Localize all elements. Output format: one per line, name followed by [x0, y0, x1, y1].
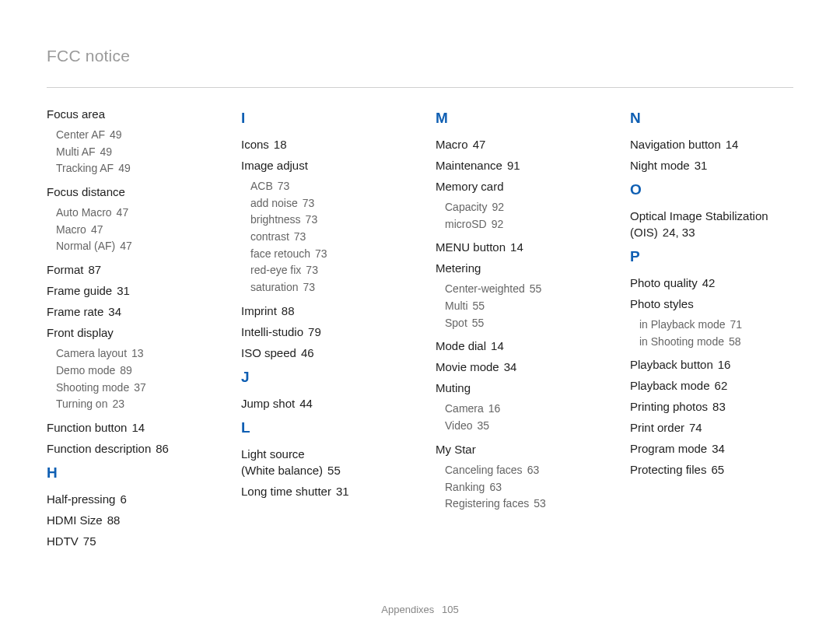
entry-label: Navigation button [630, 138, 721, 151]
index-entry[interactable]: Frame guide31 [47, 282, 210, 299]
index-subentry[interactable]: Registering faces53 [445, 496, 599, 513]
subentry-page: 71 [730, 318, 743, 331]
index-subentry[interactable]: add noise73 [250, 195, 404, 212]
index-entry[interactable]: Icons18 [241, 136, 404, 152]
index-entry[interactable]: Function button14 [47, 419, 210, 436]
index-subentry[interactable]: Canceling faces63 [445, 462, 599, 479]
subentry-page: 55 [472, 317, 485, 329]
index-subentry[interactable]: in Playback mode71 [639, 317, 793, 334]
index-entry[interactable]: Printing photos83 [630, 398, 793, 415]
index-entry[interactable]: Long time shutter31 [241, 483, 404, 499]
index-entry[interactable]: Focus distance [47, 184, 210, 200]
index-entry[interactable]: Front display [47, 324, 210, 341]
index-entry[interactable]: Playback mode62 [630, 377, 793, 394]
subentry-label: Video [445, 419, 473, 432]
index-subentry[interactable]: Multi55 [445, 298, 599, 315]
index-subentry[interactable]: Shooting mode37 [56, 380, 210, 397]
index-entry[interactable]: Playback button16 [630, 356, 793, 373]
subentry-page: 73 [278, 180, 290, 192]
subentry-label: in Playback mode [639, 318, 726, 331]
entry-label: Metering [436, 261, 481, 275]
subentries: Camera16Video35 [445, 401, 599, 434]
subentry-label: Ranking [445, 481, 485, 493]
subentry-label: Shooting mode [56, 381, 129, 394]
index-subentry[interactable]: Camera layout13 [56, 345, 210, 363]
entry-page: 34 [712, 442, 725, 455]
index-subentry[interactable]: face retouch73 [250, 246, 404, 263]
index-entry[interactable]: Imprint88 [241, 303, 404, 319]
entry-page: 91 [507, 159, 520, 172]
index-subentry[interactable]: in Shooting mode58 [639, 334, 793, 351]
index-subentry[interactable]: Multi AF49 [56, 144, 210, 161]
index-subentry[interactable]: brightness73 [250, 212, 404, 229]
index-entry[interactable]: Program mode34 [630, 440, 793, 457]
index-entry[interactable]: Night mode31 [630, 157, 793, 173]
index-subentry[interactable]: red-eye fix73 [250, 262, 404, 279]
index-entry[interactable]: Light source (White balance)55 [241, 446, 404, 478]
subentry-page: 89 [120, 364, 132, 377]
index-entry[interactable]: Maintenance91 [436, 157, 599, 173]
index-entry[interactable]: Muting [436, 380, 599, 396]
index-entry[interactable]: Half-pressing6 [47, 491, 210, 507]
index-entry[interactable]: Protecting files65 [630, 461, 793, 478]
index-entry[interactable]: Photo quality42 [630, 275, 793, 291]
entry-label: Maintenance [436, 159, 502, 172]
index-entry[interactable]: Photo styles [630, 296, 793, 312]
index-subentry[interactable]: Tracking AF49 [56, 160, 210, 177]
index-entry[interactable]: Function description86 [47, 440, 210, 457]
index-entry[interactable]: ISO speed46 [241, 345, 404, 361]
index-entry[interactable]: HDMI Size88 [47, 512, 210, 528]
entry-page: 87 [89, 263, 102, 276]
index-subentry[interactable]: Camera16 [445, 401, 599, 418]
index-subentry[interactable]: Video35 [445, 418, 599, 435]
index-entry[interactable]: Navigation button14 [630, 136, 793, 152]
index-subentry[interactable]: Normal (AF)47 [56, 238, 210, 255]
index-subentry[interactable]: Center-weighted55 [445, 281, 599, 298]
index-entry[interactable]: Movie mode34 [436, 359, 599, 375]
index-entry[interactable]: My Star [436, 441, 599, 457]
index-subentry[interactable]: Macro47 [56, 222, 210, 239]
index-entry[interactable]: Print order74 [630, 419, 793, 436]
entry-page: 14 [131, 421, 145, 434]
index-subentry[interactable]: Auto Macro47 [56, 205, 210, 222]
index-entry[interactable]: Memory card [436, 178, 599, 194]
section-letter: O [630, 181, 793, 198]
subentry-page: 73 [303, 281, 315, 293]
index-subentry[interactable]: Ranking63 [445, 479, 599, 496]
subentry-page: 63 [527, 464, 540, 476]
index-entry[interactable]: Format87 [47, 261, 210, 278]
index-entry[interactable]: Focus area [47, 106, 210, 122]
index-subentry[interactable]: Demo mode89 [56, 363, 210, 380]
section-letter: N [630, 110, 793, 127]
index-subentry[interactable]: contrast73 [250, 229, 404, 246]
subentries: Center-weighted55Multi55Spot55 [445, 281, 599, 331]
index-column: MMacro47Maintenance91Memory cardCapacity… [436, 102, 599, 554]
index-entry[interactable]: Intelli-studio79 [241, 324, 404, 340]
index-subentry[interactable]: microSD92 [445, 216, 599, 233]
index-subentry[interactable]: Turning on23 [56, 396, 210, 413]
index-entry[interactable]: Macro47 [436, 136, 599, 152]
subentry-page: 49 [110, 128, 122, 141]
index-subentry[interactable]: ACB73 [250, 178, 404, 195]
index-subentry[interactable]: saturation73 [250, 279, 404, 296]
subentry-label: saturation [250, 281, 298, 293]
subentry-label: ACB [250, 180, 273, 192]
entry-page: 74 [689, 421, 702, 434]
index-entry[interactable]: Frame rate34 [47, 303, 210, 320]
index-column: Focus areaCenter AF49Multi AF49Tracking … [47, 102, 210, 554]
index-entry[interactable]: Image adjust [241, 157, 404, 173]
entry-label: Macro [436, 138, 468, 151]
subentries: ACB73add noise73brightness73contrast73fa… [250, 178, 404, 296]
index-subentry[interactable]: Capacity92 [445, 199, 599, 216]
entry-page: 88 [282, 304, 295, 317]
index-subentry[interactable]: Spot55 [445, 315, 599, 332]
subentry-label: microSD [445, 218, 487, 230]
index-entry[interactable]: Metering [436, 260, 599, 276]
index-entry[interactable]: MENU button14 [436, 239, 599, 255]
index-entry[interactable]: Mode dial14 [436, 338, 599, 354]
index-entry[interactable]: Jump shot44 [241, 395, 404, 412]
index-subentry[interactable]: Center AF49 [56, 127, 210, 144]
entry-page: 47 [473, 138, 486, 151]
index-entry[interactable]: Optical Image Stabilization (OIS)24, 33 [630, 208, 793, 240]
index-entry[interactable]: HDTV75 [47, 533, 210, 549]
